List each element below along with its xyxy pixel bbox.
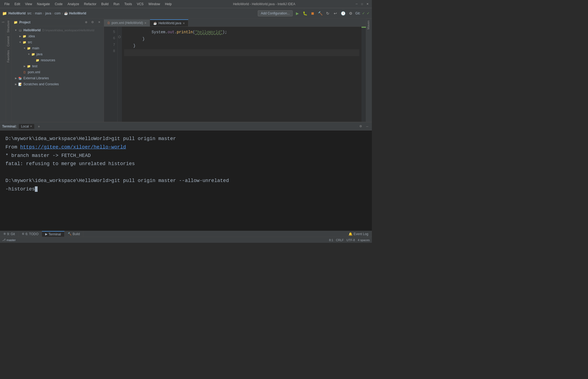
status-right: 8:1 CRLF UTF-8 4 spaces	[329, 238, 370, 242]
module-icon: 🗂	[18, 28, 22, 32]
tab-helloworld-java[interactable]: ☕ HelloWorld.java ✕	[150, 19, 188, 26]
sidebar-structure[interactable]: Structure	[6, 19, 11, 34]
menu-file[interactable]: File	[2, 2, 12, 7]
tree-item-external[interactable]: ▶ 📚 External Libraries	[11, 75, 104, 81]
status-indentation[interactable]: 4 spaces	[358, 238, 370, 242]
tree-label-helloworld: HelloWorld	[23, 28, 41, 32]
minimize-button[interactable]: ─	[354, 2, 359, 6]
breadcrumb-java[interactable]: java	[45, 11, 51, 15]
sync-button[interactable]: ↻	[325, 10, 331, 16]
tab-xml-icon: 🗋	[107, 21, 110, 25]
tree-item-scratches[interactable]: ▶ 📝 Scratches and Consoles	[11, 81, 104, 87]
menu-code[interactable]: Code	[53, 2, 65, 7]
debug-button[interactable]: 🐛	[302, 10, 308, 16]
status-line-ending[interactable]: CRLF	[336, 238, 344, 242]
arrow-idea[interactable]: ▶	[18, 34, 22, 38]
menu-build[interactable]: Build	[99, 2, 111, 7]
tree-item-java[interactable]: ▼ 📁 java	[11, 51, 104, 57]
arrow-java[interactable]: ▼	[27, 52, 31, 56]
terminal-settings-btn[interactable]: ⚙	[358, 124, 363, 129]
bottom-tab-todo[interactable]: ⑥ 6: TODO	[19, 231, 42, 237]
maximize-button[interactable]: □	[360, 2, 364, 6]
editor-area: 🗋 pom.xml (HelloWorld) ✕ ☕ HelloWorld.ja…	[104, 19, 366, 122]
breadcrumb-src[interactable]: src	[27, 11, 32, 15]
sidebar-commit[interactable]: Commit	[6, 34, 11, 48]
status-position[interactable]: 8:1	[329, 238, 333, 242]
build-button[interactable]: 🔨	[317, 10, 323, 16]
left-strip-btn-1[interactable]: 1	[0, 20, 6, 25]
tree-item-idea[interactable]: ▶ 📁 .idea	[11, 33, 104, 39]
breadcrumb-com[interactable]: com	[54, 11, 61, 15]
panel-locate-btn[interactable]: ⊕	[84, 20, 88, 25]
menu-vcs[interactable]: VCS	[135, 2, 146, 7]
arrow-main[interactable]: ▼	[22, 46, 27, 50]
terminal-tab-label: Terminal	[48, 232, 61, 236]
arrow-scratches[interactable]: ▶	[14, 82, 18, 86]
terminal-line-7: -histories	[5, 185, 366, 193]
run-config-button[interactable]: Add Configuration...	[258, 10, 293, 16]
tree-item-resources[interactable]: ▶ 📁 resources	[11, 57, 104, 63]
history-button[interactable]: 🕐	[340, 10, 346, 16]
arrow-test[interactable]: ▶	[22, 64, 27, 68]
sidebar-favorites[interactable]: Favorites	[6, 48, 11, 64]
editor-content: 5 6 7 8 ⬡ System.out.println("helloWorld…	[104, 27, 366, 122]
bottom-tab-git[interactable]: ⑨ 9: Git	[0, 231, 19, 237]
git-check2[interactable]: ✓	[367, 11, 370, 15]
arrow-helloworld[interactable]: ▼	[14, 28, 18, 32]
tree-item-pomxml[interactable]: ▶ 🗋 pom.xml	[11, 69, 104, 75]
project-folder-icon: 📁	[2, 11, 7, 16]
revert-button[interactable]: ↩	[332, 10, 338, 16]
terminal-line-6: D:\mywork\idea_workspace\HelloWorld>git …	[5, 177, 366, 185]
project-label: HelloWorld	[8, 11, 26, 15]
tab-pom-close[interactable]: ✕	[144, 22, 146, 25]
status-encoding[interactable]: UTF-8	[347, 238, 355, 242]
tree-item-test[interactable]: ▶ 📁 test	[11, 63, 104, 69]
settings-button[interactable]: ⚙	[348, 10, 354, 16]
git-branch-icon: ⎇	[2, 238, 6, 242]
tree-item-src[interactable]: ▼ 📁 src	[11, 39, 104, 45]
status-bar: ⎇ master 8:1 CRLF UTF-8 4 spaces	[0, 237, 372, 243]
sidebar-maven[interactable]: Maven	[366, 19, 372, 31]
terminal-tab-local-label: Local	[21, 125, 29, 128]
tab-pom-label: pom.xml (HelloWorld)	[112, 21, 143, 25]
panel-close-btn[interactable]: ✕	[97, 20, 102, 25]
tree-item-helloworld[interactable]: ▼ 🗂 HelloWorld D:\mywork\idea_workspace\…	[11, 27, 104, 33]
tab-pom-xml[interactable]: 🗋 pom.xml (HelloWorld) ✕	[104, 19, 150, 26]
panel-header: 📁 Project ⊕ ⚙ ✕	[11, 19, 104, 26]
bottom-tab-build[interactable]: 🔨 Build	[65, 231, 84, 237]
terminal-minimize-btn[interactable]: ─	[365, 124, 370, 129]
code-editor[interactable]: System.out.println("helloWorld"); } }	[122, 27, 362, 122]
menu-view[interactable]: View	[23, 2, 34, 7]
terminal-link-gitee[interactable]: https://gitee.com/xiloer/hello-world	[20, 144, 126, 150]
terminal-tab-local[interactable]: Local ✕	[19, 124, 34, 129]
terminal-add-tab-button[interactable]: +	[36, 124, 41, 129]
menu-window[interactable]: Window	[146, 2, 162, 7]
menu-edit[interactable]: Edit	[12, 2, 22, 7]
terminal-tab-local-close[interactable]: ✕	[30, 125, 32, 128]
bottom-tab-terminal[interactable]: ▶ Terminal	[42, 231, 64, 237]
arrow-external[interactable]: ▶	[14, 76, 18, 80]
panel-settings-btn[interactable]: ⚙	[90, 20, 95, 25]
menu-analyze[interactable]: Analyze	[65, 2, 81, 7]
run-button[interactable]: ▶	[294, 10, 300, 16]
editor-gutter: ⬡	[118, 27, 122, 122]
status-git-item[interactable]: ⎇ master	[2, 238, 16, 242]
terminal-line-5	[5, 168, 366, 176]
breadcrumb-main[interactable]: main	[35, 11, 42, 15]
tree-item-main[interactable]: ▼ 📁 main	[11, 45, 104, 51]
menu-navigate[interactable]: Navigate	[35, 2, 52, 7]
tree-label-java: java	[36, 52, 42, 56]
event-log-btn[interactable]: 🔔 Event Log	[345, 231, 372, 237]
menu-run[interactable]: Run	[111, 2, 122, 7]
status-left: ⎇ master	[2, 238, 16, 242]
close-button[interactable]: ✕	[365, 2, 370, 6]
menu-tools[interactable]: Tools	[122, 2, 134, 7]
terminal-content[interactable]: D:\mywork\idea_workspace\HelloWorld>git …	[0, 131, 372, 231]
git-check1[interactable]: ✓	[362, 11, 365, 15]
arrow-src[interactable]: ▼	[18, 40, 22, 44]
stop-button[interactable]: ⏹	[310, 10, 316, 16]
menu-refactor[interactable]: Refactor	[82, 2, 99, 7]
event-log-label: Event Log	[354, 232, 368, 236]
tab-java-close[interactable]: ✕	[183, 22, 185, 25]
menu-help[interactable]: Help	[163, 2, 174, 7]
